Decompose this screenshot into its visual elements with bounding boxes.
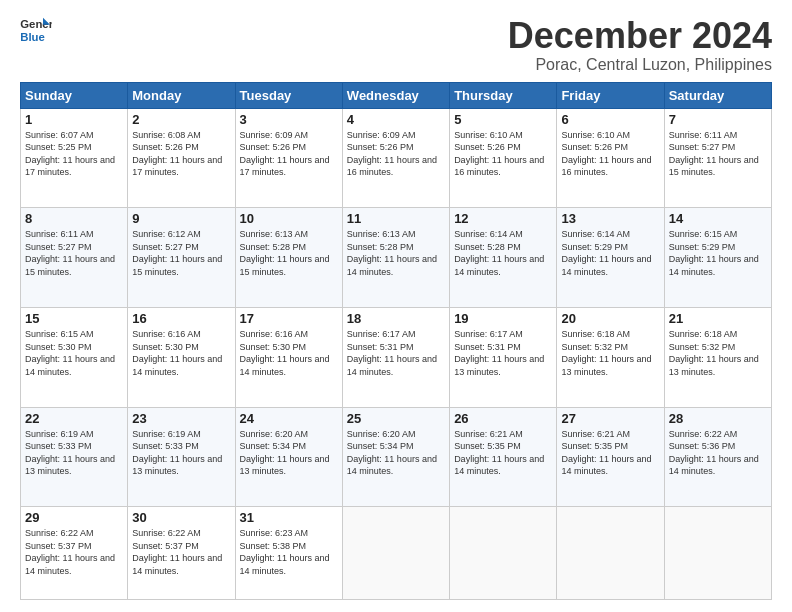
day-info: Sunrise: 6:21 AM Sunset: 5:35 PM Dayligh… bbox=[454, 428, 552, 478]
col-sunday: Sunday bbox=[21, 82, 128, 108]
day-info: Sunrise: 6:11 AM Sunset: 5:27 PM Dayligh… bbox=[25, 228, 123, 278]
day-info: Sunrise: 6:09 AM Sunset: 5:26 PM Dayligh… bbox=[347, 129, 445, 179]
calendar-cell: 22Sunrise: 6:19 AM Sunset: 5:33 PM Dayli… bbox=[21, 407, 128, 507]
svg-text:Blue: Blue bbox=[20, 31, 45, 43]
day-number: 1 bbox=[25, 112, 123, 127]
calendar-cell bbox=[664, 507, 771, 600]
day-info: Sunrise: 6:08 AM Sunset: 5:26 PM Dayligh… bbox=[132, 129, 230, 179]
calendar-cell: 6Sunrise: 6:10 AM Sunset: 5:26 PM Daylig… bbox=[557, 108, 664, 208]
calendar-cell: 3Sunrise: 6:09 AM Sunset: 5:26 PM Daylig… bbox=[235, 108, 342, 208]
calendar-week-4: 22Sunrise: 6:19 AM Sunset: 5:33 PM Dayli… bbox=[21, 407, 772, 507]
day-number: 23 bbox=[132, 411, 230, 426]
header-row: Sunday Monday Tuesday Wednesday Thursday… bbox=[21, 82, 772, 108]
day-number: 30 bbox=[132, 510, 230, 525]
day-info: Sunrise: 6:17 AM Sunset: 5:31 PM Dayligh… bbox=[347, 328, 445, 378]
calendar-cell: 18Sunrise: 6:17 AM Sunset: 5:31 PM Dayli… bbox=[342, 307, 449, 407]
header: General Blue December 2024 Porac, Centra… bbox=[20, 16, 772, 74]
day-number: 5 bbox=[454, 112, 552, 127]
day-number: 31 bbox=[240, 510, 338, 525]
calendar-cell: 7Sunrise: 6:11 AM Sunset: 5:27 PM Daylig… bbox=[664, 108, 771, 208]
day-number: 4 bbox=[347, 112, 445, 127]
calendar-cell: 9Sunrise: 6:12 AM Sunset: 5:27 PM Daylig… bbox=[128, 208, 235, 308]
calendar-cell: 8Sunrise: 6:11 AM Sunset: 5:27 PM Daylig… bbox=[21, 208, 128, 308]
calendar-body: 1Sunrise: 6:07 AM Sunset: 5:25 PM Daylig… bbox=[21, 108, 772, 599]
day-number: 24 bbox=[240, 411, 338, 426]
day-number: 9 bbox=[132, 211, 230, 226]
subtitle: Porac, Central Luzon, Philippines bbox=[508, 56, 772, 74]
calendar-cell: 26Sunrise: 6:21 AM Sunset: 5:35 PM Dayli… bbox=[450, 407, 557, 507]
day-info: Sunrise: 6:18 AM Sunset: 5:32 PM Dayligh… bbox=[669, 328, 767, 378]
day-number: 19 bbox=[454, 311, 552, 326]
day-info: Sunrise: 6:15 AM Sunset: 5:29 PM Dayligh… bbox=[669, 228, 767, 278]
calendar-cell: 28Sunrise: 6:22 AM Sunset: 5:36 PM Dayli… bbox=[664, 407, 771, 507]
day-info: Sunrise: 6:20 AM Sunset: 5:34 PM Dayligh… bbox=[347, 428, 445, 478]
calendar-cell: 30Sunrise: 6:22 AM Sunset: 5:37 PM Dayli… bbox=[128, 507, 235, 600]
calendar-cell: 23Sunrise: 6:19 AM Sunset: 5:33 PM Dayli… bbox=[128, 407, 235, 507]
calendar-week-3: 15Sunrise: 6:15 AM Sunset: 5:30 PM Dayli… bbox=[21, 307, 772, 407]
calendar-week-1: 1Sunrise: 6:07 AM Sunset: 5:25 PM Daylig… bbox=[21, 108, 772, 208]
day-number: 15 bbox=[25, 311, 123, 326]
calendar-cell: 4Sunrise: 6:09 AM Sunset: 5:26 PM Daylig… bbox=[342, 108, 449, 208]
day-info: Sunrise: 6:12 AM Sunset: 5:27 PM Dayligh… bbox=[132, 228, 230, 278]
day-number: 3 bbox=[240, 112, 338, 127]
col-friday: Friday bbox=[557, 82, 664, 108]
day-number: 10 bbox=[240, 211, 338, 226]
day-info: Sunrise: 6:20 AM Sunset: 5:34 PM Dayligh… bbox=[240, 428, 338, 478]
day-number: 25 bbox=[347, 411, 445, 426]
calendar-cell: 20Sunrise: 6:18 AM Sunset: 5:32 PM Dayli… bbox=[557, 307, 664, 407]
day-info: Sunrise: 6:13 AM Sunset: 5:28 PM Dayligh… bbox=[240, 228, 338, 278]
day-number: 16 bbox=[132, 311, 230, 326]
day-number: 8 bbox=[25, 211, 123, 226]
calendar-cell: 14Sunrise: 6:15 AM Sunset: 5:29 PM Dayli… bbox=[664, 208, 771, 308]
calendar-cell: 1Sunrise: 6:07 AM Sunset: 5:25 PM Daylig… bbox=[21, 108, 128, 208]
day-number: 2 bbox=[132, 112, 230, 127]
calendar-cell: 17Sunrise: 6:16 AM Sunset: 5:30 PM Dayli… bbox=[235, 307, 342, 407]
day-number: 14 bbox=[669, 211, 767, 226]
day-info: Sunrise: 6:07 AM Sunset: 5:25 PM Dayligh… bbox=[25, 129, 123, 179]
day-info: Sunrise: 6:19 AM Sunset: 5:33 PM Dayligh… bbox=[25, 428, 123, 478]
calendar-cell: 31Sunrise: 6:23 AM Sunset: 5:38 PM Dayli… bbox=[235, 507, 342, 600]
day-number: 12 bbox=[454, 211, 552, 226]
day-info: Sunrise: 6:16 AM Sunset: 5:30 PM Dayligh… bbox=[132, 328, 230, 378]
calendar-cell bbox=[342, 507, 449, 600]
day-number: 7 bbox=[669, 112, 767, 127]
calendar-cell: 19Sunrise: 6:17 AM Sunset: 5:31 PM Dayli… bbox=[450, 307, 557, 407]
calendar-cell bbox=[450, 507, 557, 600]
day-info: Sunrise: 6:14 AM Sunset: 5:29 PM Dayligh… bbox=[561, 228, 659, 278]
day-info: Sunrise: 6:17 AM Sunset: 5:31 PM Dayligh… bbox=[454, 328, 552, 378]
col-saturday: Saturday bbox=[664, 82, 771, 108]
day-info: Sunrise: 6:10 AM Sunset: 5:26 PM Dayligh… bbox=[454, 129, 552, 179]
day-info: Sunrise: 6:18 AM Sunset: 5:32 PM Dayligh… bbox=[561, 328, 659, 378]
calendar-cell: 12Sunrise: 6:14 AM Sunset: 5:28 PM Dayli… bbox=[450, 208, 557, 308]
day-info: Sunrise: 6:10 AM Sunset: 5:26 PM Dayligh… bbox=[561, 129, 659, 179]
calendar-cell: 21Sunrise: 6:18 AM Sunset: 5:32 PM Dayli… bbox=[664, 307, 771, 407]
day-number: 13 bbox=[561, 211, 659, 226]
day-number: 20 bbox=[561, 311, 659, 326]
calendar-cell: 13Sunrise: 6:14 AM Sunset: 5:29 PM Dayli… bbox=[557, 208, 664, 308]
day-number: 27 bbox=[561, 411, 659, 426]
day-number: 29 bbox=[25, 510, 123, 525]
day-info: Sunrise: 6:23 AM Sunset: 5:38 PM Dayligh… bbox=[240, 527, 338, 577]
day-number: 6 bbox=[561, 112, 659, 127]
logo: General Blue bbox=[20, 16, 52, 44]
day-number: 11 bbox=[347, 211, 445, 226]
calendar-cell: 24Sunrise: 6:20 AM Sunset: 5:34 PM Dayli… bbox=[235, 407, 342, 507]
logo-icon: General Blue bbox=[20, 16, 52, 44]
day-number: 21 bbox=[669, 311, 767, 326]
col-monday: Monday bbox=[128, 82, 235, 108]
day-number: 28 bbox=[669, 411, 767, 426]
calendar-week-2: 8Sunrise: 6:11 AM Sunset: 5:27 PM Daylig… bbox=[21, 208, 772, 308]
title-section: December 2024 Porac, Central Luzon, Phil… bbox=[508, 16, 772, 74]
day-number: 26 bbox=[454, 411, 552, 426]
col-wednesday: Wednesday bbox=[342, 82, 449, 108]
day-info: Sunrise: 6:11 AM Sunset: 5:27 PM Dayligh… bbox=[669, 129, 767, 179]
calendar-table: Sunday Monday Tuesday Wednesday Thursday… bbox=[20, 82, 772, 600]
calendar-cell: 5Sunrise: 6:10 AM Sunset: 5:26 PM Daylig… bbox=[450, 108, 557, 208]
day-info: Sunrise: 6:22 AM Sunset: 5:36 PM Dayligh… bbox=[669, 428, 767, 478]
calendar-cell: 27Sunrise: 6:21 AM Sunset: 5:35 PM Dayli… bbox=[557, 407, 664, 507]
day-number: 18 bbox=[347, 311, 445, 326]
day-info: Sunrise: 6:22 AM Sunset: 5:37 PM Dayligh… bbox=[132, 527, 230, 577]
day-info: Sunrise: 6:13 AM Sunset: 5:28 PM Dayligh… bbox=[347, 228, 445, 278]
calendar-cell: 11Sunrise: 6:13 AM Sunset: 5:28 PM Dayli… bbox=[342, 208, 449, 308]
day-info: Sunrise: 6:21 AM Sunset: 5:35 PM Dayligh… bbox=[561, 428, 659, 478]
